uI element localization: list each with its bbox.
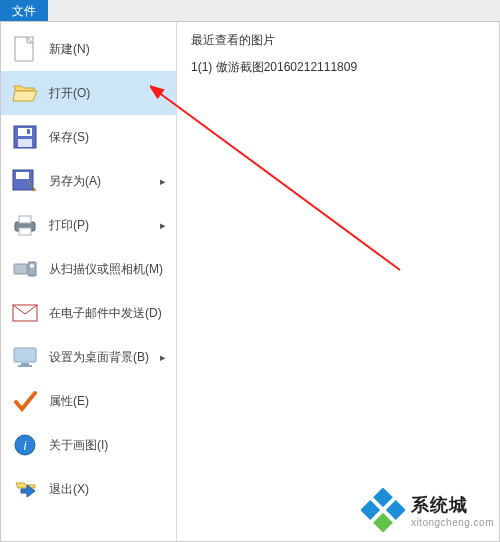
menu-open[interactable]: 打开(O): [1, 71, 176, 115]
recent-item[interactable]: 1(1) 傲游截图20160212111809: [191, 59, 485, 76]
svg-rect-11: [14, 264, 27, 274]
watermark-url: xitongcheng.com: [411, 517, 494, 528]
file-menu-dropdown: 新建(N) 打开(O) 保存(S) 另存为(A) 打印(P): [0, 22, 500, 542]
svg-rect-4: [18, 139, 32, 147]
open-folder-icon: [11, 79, 39, 107]
desktop-bg-icon: [11, 343, 39, 371]
email-icon: [11, 299, 39, 327]
svg-rect-23: [361, 500, 380, 520]
watermark-logo-icon: [361, 488, 405, 532]
svg-point-13: [30, 264, 34, 268]
menu-label: 在电子邮件中发送(D): [49, 305, 162, 322]
menu-wallpaper[interactable]: 设置为桌面背景(B): [1, 335, 176, 379]
svg-rect-24: [373, 513, 393, 532]
save-as-icon: [11, 167, 39, 195]
svg-rect-9: [19, 216, 31, 223]
menu-exit[interactable]: 退出(X): [1, 467, 176, 511]
menu-label: 另存为(A): [49, 173, 101, 190]
menu-properties[interactable]: 属性(E): [1, 379, 176, 423]
save-icon: [11, 123, 39, 151]
menu-label: 打开(O): [49, 85, 90, 102]
tab-bar: 文件: [0, 0, 500, 22]
svg-rect-17: [18, 365, 32, 367]
check-icon: [11, 387, 39, 415]
svg-rect-16: [21, 363, 29, 365]
svg-rect-5: [27, 129, 30, 134]
svg-rect-15: [14, 348, 36, 362]
svg-rect-10: [19, 228, 31, 235]
menu-label: 打印(P): [49, 217, 89, 234]
menu-scanner[interactable]: 从扫描仪或照相机(M): [1, 247, 176, 291]
menu-label: 属性(E): [49, 393, 89, 410]
info-icon: i: [11, 431, 39, 459]
svg-rect-22: [386, 500, 405, 520]
menu-save[interactable]: 保存(S): [1, 115, 176, 159]
exit-icon: [11, 475, 39, 503]
watermark: 系统城 xitongcheng.com: [361, 488, 494, 532]
menu-print[interactable]: 打印(P): [1, 203, 176, 247]
scanner-icon: [11, 255, 39, 283]
recent-panel: 最近查看的图片 1(1) 傲游截图20160212111809: [177, 22, 499, 541]
menu-label: 退出(X): [49, 481, 89, 498]
recent-heading: 最近查看的图片: [191, 32, 485, 49]
watermark-brand: 系统城: [411, 495, 468, 515]
svg-text:i: i: [24, 439, 27, 453]
menu-label: 新建(N): [49, 41, 90, 58]
tab-file[interactable]: 文件: [0, 0, 48, 21]
new-file-icon: [11, 35, 39, 63]
menu-list: 新建(N) 打开(O) 保存(S) 另存为(A) 打印(P): [1, 22, 177, 541]
menu-label: 关于画图(I): [49, 437, 108, 454]
menu-email[interactable]: 在电子邮件中发送(D): [1, 291, 176, 335]
menu-label: 从扫描仪或照相机(M): [49, 261, 163, 278]
menu-about[interactable]: i 关于画图(I): [1, 423, 176, 467]
menu-label: 保存(S): [49, 129, 89, 146]
svg-rect-21: [373, 488, 393, 507]
menu-new[interactable]: 新建(N): [1, 27, 176, 71]
menu-save-as[interactable]: 另存为(A): [1, 159, 176, 203]
svg-rect-7: [16, 172, 29, 179]
menu-label: 设置为桌面背景(B): [49, 349, 149, 366]
printer-icon: [11, 211, 39, 239]
